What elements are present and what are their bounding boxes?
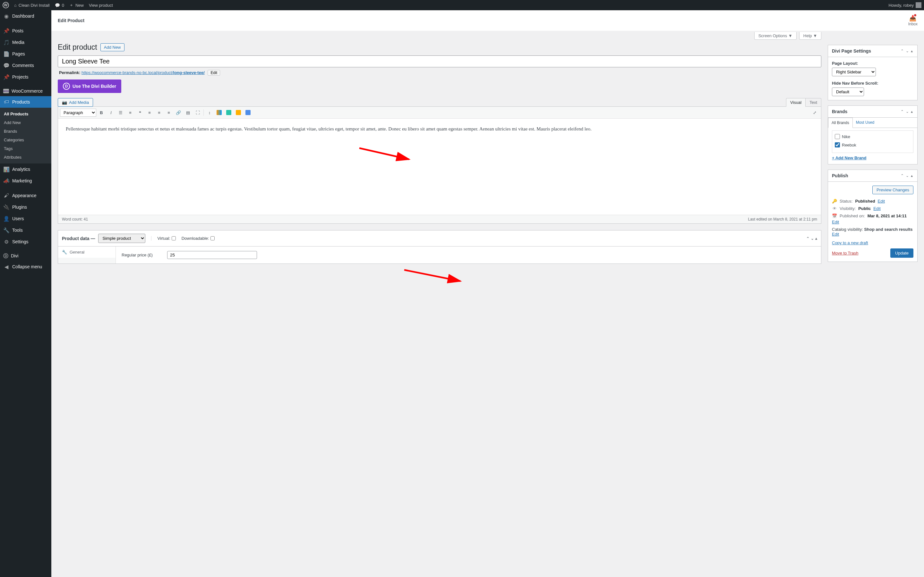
product-data-label: Product data — — [62, 236, 95, 241]
edit-visibility-link[interactable]: Edit — [873, 206, 880, 211]
comments-icon: 💬 — [3, 62, 10, 69]
menu-products[interactable]: 🏷Products — [0, 96, 51, 108]
menu-pages[interactable]: 📄Pages — [0, 48, 51, 60]
submenu-add-new[interactable]: Add New — [0, 118, 51, 127]
menu-divi[interactable]: DDivi — [0, 251, 51, 261]
expand-button[interactable]: ⤢ — [810, 108, 819, 117]
virtual-checkbox[interactable] — [172, 236, 176, 240]
site-name-link[interactable]: ⌂Clean Divi Install — [14, 3, 50, 8]
howdy-user[interactable]: Howdy, robey — [888, 2, 921, 8]
preview-changes-button[interactable]: Preview Changes — [872, 185, 913, 194]
divi-builder-button[interactable]: D Use The Divi Builder — [58, 79, 121, 93]
submenu-categories[interactable]: Categories — [0, 135, 51, 144]
edit-status-link[interactable]: Edit — [878, 199, 885, 203]
menu-woocommerce[interactable]: wooWooCommerce — [0, 86, 51, 96]
inbox-button[interactable]: 📥 Inbox — [908, 15, 918, 26]
shortcode-button[interactable]: ↕ — [205, 108, 214, 117]
format-select[interactable]: Paragraph — [60, 109, 96, 117]
submenu-all-products[interactable]: All Products — [0, 110, 51, 118]
menu-users[interactable]: 👤Users — [0, 213, 51, 224]
triangle-up-icon[interactable]: ▴ — [910, 109, 913, 114]
chevron-down-icon[interactable]: ⌄ — [811, 236, 814, 241]
chevron-down-icon[interactable]: ⌄ — [905, 173, 909, 178]
add-media-button[interactable]: 📷 Add Media — [58, 98, 93, 107]
editor-box: Paragraph B I ☰ ≡ ❝ ≡ ≡ ≡ 🔗 ▤ ⛶ ↕ — [58, 106, 821, 224]
edit-catalog-link[interactable]: Edit — [832, 232, 839, 237]
editor-tab-text[interactable]: Text — [806, 98, 821, 107]
chevron-up-icon[interactable]: ⌃ — [900, 49, 905, 53]
submenu-attributes[interactable]: Attributes — [0, 153, 51, 161]
comments-link[interactable]: 💬0 — [55, 3, 64, 8]
menu-dashboard[interactable]: ◉Dashboard — [0, 10, 51, 22]
add-new-brand-link[interactable]: + Add New Brand — [832, 155, 867, 160]
brand-item-nike[interactable]: Nike — [835, 133, 911, 140]
permalink-link[interactable]: https://woocommerce-brands-no-bc.local/p… — [81, 70, 205, 75]
permalink-edit-button[interactable]: Edit — [208, 70, 220, 76]
virtual-checkbox-label[interactable]: Virtual: — [157, 236, 176, 241]
align-left-button[interactable]: ≡ — [145, 108, 154, 117]
color-2-button[interactable] — [224, 108, 233, 117]
color-1-button[interactable] — [215, 108, 224, 117]
chevron-up-icon[interactable]: ⌃ — [900, 109, 905, 114]
italic-button[interactable]: I — [107, 108, 115, 117]
color-3-button[interactable] — [234, 108, 243, 117]
product-title-input[interactable] — [58, 55, 821, 67]
menu-analytics[interactable]: 📊Analytics — [0, 163, 51, 175]
product-data-header: Product data — Simple product Virtual: D… — [58, 230, 821, 247]
menu-plugins[interactable]: 🔌Plugins — [0, 201, 51, 213]
quote-button[interactable]: ❝ — [136, 108, 144, 117]
color-4-button[interactable] — [244, 108, 252, 117]
menu-posts[interactable]: 📌Posts — [0, 25, 51, 37]
submenu-tags[interactable]: Tags — [0, 144, 51, 153]
editor-content[interactable]: Pellentesque habitant morbi tristique se… — [58, 119, 821, 215]
brand-checkbox-reebok[interactable] — [835, 142, 840, 147]
brand-checkbox-nike[interactable] — [835, 134, 840, 139]
chevron-up-icon[interactable]: ⌃ — [900, 173, 905, 178]
plug-icon: 🔌 — [3, 204, 10, 210]
editor-tab-visual[interactable]: Visual — [786, 98, 806, 107]
chevron-down-icon[interactable]: ⌄ — [905, 49, 909, 53]
menu-media[interactable]: 🎵Media — [0, 37, 51, 48]
downloadable-checkbox[interactable] — [210, 236, 215, 240]
link-button[interactable]: 🔗 — [174, 108, 183, 117]
new-content-link[interactable]: ＋New — [69, 2, 84, 8]
menu-projects[interactable]: 📌Projects — [0, 71, 51, 83]
numbered-list-button[interactable]: ≡ — [126, 108, 135, 117]
chevron-down-icon[interactable]: ⌄ — [905, 109, 909, 114]
brands-tab-all[interactable]: All Brands — [828, 118, 853, 128]
menu-settings[interactable]: ⚙Settings — [0, 236, 51, 247]
screen-options-button[interactable]: Screen Options ▼ — [754, 32, 796, 40]
brands-tab-most-used[interactable]: Most Used — [853, 118, 877, 127]
align-right-button[interactable]: ≡ — [164, 108, 173, 117]
menu-appearance[interactable]: 🖌Appearance — [0, 190, 51, 201]
triangle-up-icon[interactable]: ▴ — [910, 173, 913, 178]
menu-tools[interactable]: 🔧Tools — [0, 224, 51, 236]
pd-tab-general[interactable]: 🔧General — [58, 247, 115, 258]
page-layout-select[interactable]: Right Sidebar — [832, 68, 876, 76]
move-to-trash-link[interactable]: Move to Trash — [832, 251, 858, 255]
fullscreen-button[interactable]: ⛶ — [193, 108, 202, 117]
copy-draft-link[interactable]: Copy to a new draft — [832, 240, 868, 245]
bullet-list-button[interactable]: ☰ — [116, 108, 125, 117]
triangle-up-icon[interactable]: ▴ — [910, 49, 913, 53]
edit-date-link[interactable]: Edit — [832, 219, 839, 224]
downloadable-checkbox-label[interactable]: Downloadable: — [182, 236, 215, 241]
align-center-button[interactable]: ≡ — [155, 108, 164, 117]
collapse-menu[interactable]: ◀Collapse menu — [0, 261, 51, 272]
view-product-link[interactable]: View product — [89, 3, 113, 8]
add-new-button[interactable]: Add New — [100, 43, 124, 51]
hide-nav-select[interactable]: Default — [832, 87, 864, 96]
menu-marketing[interactable]: 📣Marketing — [0, 175, 51, 187]
more-button[interactable]: ▤ — [184, 108, 192, 117]
chevron-up-icon[interactable]: ⌃ — [806, 236, 809, 241]
submenu-brands[interactable]: Brands — [0, 127, 51, 135]
product-type-select[interactable]: Simple product — [98, 234, 145, 243]
brand-item-reebok[interactable]: Reebok — [835, 142, 911, 148]
triangle-up-icon[interactable]: ▴ — [815, 236, 817, 241]
regular-price-input[interactable] — [167, 251, 257, 259]
bold-button[interactable]: B — [97, 108, 106, 117]
update-button[interactable]: Update — [890, 248, 913, 258]
help-button[interactable]: Help ▼ — [799, 32, 821, 40]
wp-logo[interactable]: W — [3, 2, 9, 8]
menu-comments[interactable]: 💬Comments — [0, 60, 51, 71]
